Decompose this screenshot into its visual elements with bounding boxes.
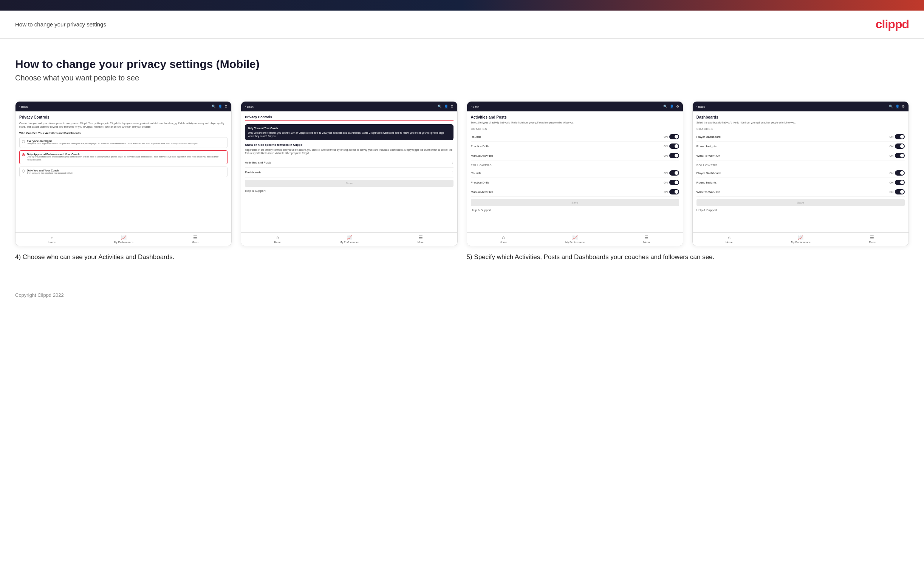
- performance-icon-2: 📈: [347, 235, 352, 240]
- followers-drills-label: Practice Drills: [471, 181, 489, 184]
- radio-approved[interactable]: Only Approved Followers and Your Coach O…: [19, 150, 228, 164]
- header-title: How to change your privacy settings: [15, 21, 106, 27]
- footer-performance-1[interactable]: 📈 My Performance: [114, 235, 133, 243]
- toggle-switch-followers-round-insights[interactable]: ON: [890, 180, 905, 185]
- back-button-4[interactable]: ‹ Back: [696, 105, 705, 108]
- menu-icon-2: ☰: [419, 235, 423, 240]
- toggle-followers-what-to-work[interactable]: What To Work On ON: [696, 187, 905, 197]
- people-icon-2[interactable]: 👤: [444, 105, 448, 108]
- toggle-followers-rounds[interactable]: Rounds ON: [471, 168, 679, 178]
- toggle-switch-followers-player-dash[interactable]: ON: [890, 170, 905, 176]
- privacy-desc-1: Control how you and your data appears to…: [19, 122, 228, 128]
- search-icon-4[interactable]: 🔍: [889, 105, 893, 108]
- coaches-what-to-work-label: What To Work On: [696, 154, 720, 158]
- search-icon-1[interactable]: 🔍: [212, 105, 216, 108]
- home-icon-1: ⌂: [51, 235, 53, 240]
- footer-home-3[interactable]: ⌂ Home: [500, 235, 507, 243]
- toggle-coaches-rounds[interactable]: Rounds ON: [471, 132, 679, 142]
- caption-4: 4) Choose who can see your Activities an…: [15, 252, 458, 262]
- dashboards-title-4: Dashboards: [696, 115, 905, 119]
- toggle-pill-coaches-rounds: [669, 134, 679, 139]
- coaches-rounds-label: Rounds: [471, 135, 481, 139]
- radio-everyone[interactable]: Everyone on Clippd Everyone on Clippd ca…: [19, 137, 228, 148]
- toggle-switch-coaches-drills[interactable]: ON: [664, 143, 679, 149]
- toggle-followers-drills[interactable]: Practice Drills ON: [471, 178, 679, 187]
- toggle-switch-coaches-rounds[interactable]: ON: [664, 134, 679, 139]
- toggle-coaches-round-insights[interactable]: Round Insights ON: [696, 142, 905, 151]
- people-icon-3[interactable]: 👤: [670, 105, 674, 108]
- performance-icon-1: 📈: [121, 235, 127, 240]
- coaches-header-3: COACHES: [471, 127, 679, 131]
- search-icon-3[interactable]: 🔍: [663, 105, 667, 108]
- caption-4-cell: 4) Choose who can see your Activities an…: [15, 252, 458, 262]
- footer-menu-2[interactable]: ☰ Menu: [418, 235, 425, 243]
- coaches-player-dash-label: Player Dashboard: [696, 135, 721, 139]
- toggle-switch-followers-drills[interactable]: ON: [664, 180, 679, 185]
- toggle-coaches-manual[interactable]: Manual Activities ON: [471, 151, 679, 161]
- radio-circle-coach: [22, 169, 25, 172]
- settings-icon-3[interactable]: ⚙: [676, 105, 679, 108]
- radio-circle-approved: [22, 153, 25, 156]
- phone-4-footer: ⌂ Home 📈 My Performance ☰ Menu: [693, 232, 908, 246]
- dashboards-desc-4: Select the dashboards that you'd like to…: [696, 121, 905, 124]
- back-button-1[interactable]: ‹ Back: [19, 105, 27, 108]
- settings-icon-1[interactable]: ⚙: [225, 105, 228, 108]
- people-icon-1[interactable]: 👤: [218, 105, 222, 108]
- chevron-dashboards: ›: [452, 170, 453, 174]
- footer-performance-4[interactable]: 📈 My Performance: [791, 235, 810, 243]
- activities-posts-row[interactable]: Activities and Posts ›: [245, 158, 453, 168]
- save-btn-4[interactable]: Save: [696, 199, 905, 206]
- save-btn-3[interactable]: Save: [471, 199, 679, 206]
- back-button-3[interactable]: ‹ Back: [471, 105, 479, 108]
- settings-icon-4[interactable]: ⚙: [902, 105, 905, 108]
- people-icon-4[interactable]: 👤: [895, 105, 900, 108]
- toggle-switch-coaches-player-dash[interactable]: ON: [890, 134, 905, 139]
- footer-menu-3[interactable]: ☰ Menu: [643, 235, 650, 243]
- toggle-coaches-what-to-work[interactable]: What To Work On ON: [696, 151, 905, 161]
- toggle-followers-manual[interactable]: Manual Activities ON: [471, 187, 679, 197]
- caption-5: 5) Specify which Activities, Posts and D…: [467, 252, 909, 262]
- search-icon-2[interactable]: 🔍: [438, 105, 442, 108]
- save-btn-2[interactable]: Save: [245, 180, 453, 187]
- footer-menu-4[interactable]: ☰ Menu: [869, 235, 876, 243]
- radio-coach-only[interactable]: Only You and Your Coach Only you and the…: [19, 166, 228, 177]
- toggle-switch-followers-manual[interactable]: ON: [664, 189, 679, 195]
- phone-4: ‹ Back 🔍 👤 ⚙ Dashboards Select the dashb…: [692, 101, 909, 246]
- radio-everyone-title: Everyone on Clippd: [27, 140, 199, 142]
- phone-3-body: Activities and Posts Select the types of…: [467, 111, 683, 232]
- radio-approved-title: Only Approved Followers and Your Coach: [27, 153, 225, 156]
- toggle-coaches-drills[interactable]: Practice Drills ON: [471, 142, 679, 151]
- phone-4-header: ‹ Back 🔍 👤 ⚙: [693, 102, 908, 111]
- footer-performance-3[interactable]: 📈 My Performance: [565, 235, 585, 243]
- footer-home-1[interactable]: ⌂ Home: [48, 235, 55, 243]
- header: How to change your privacy settings clip…: [0, 11, 924, 39]
- privacy-tab[interactable]: Privacy Controls: [245, 115, 272, 119]
- toggle-switch-followers-rounds[interactable]: ON: [664, 170, 679, 176]
- toggle-switch-coaches-round-insights[interactable]: ON: [890, 143, 905, 149]
- home-icon-4: ⌂: [728, 235, 730, 240]
- footer-menu-1[interactable]: ☰ Menu: [192, 235, 199, 243]
- main-content: How to change your privacy settings (Mob…: [0, 39, 924, 285]
- help-support-2: Help & Support: [245, 187, 453, 195]
- phone-2: ‹ Back 🔍 👤 ⚙ Privacy Controls Only You a…: [241, 101, 457, 246]
- toggle-followers-player-dash[interactable]: Player Dashboard ON: [696, 168, 905, 178]
- dashboards-row[interactable]: Dashboards ›: [245, 168, 453, 177]
- toggle-followers-round-insights[interactable]: Round Insights ON: [696, 178, 905, 187]
- footer-home-4[interactable]: ⌂ Home: [725, 235, 733, 243]
- toggle-switch-coaches-what-to-work[interactable]: ON: [890, 153, 905, 158]
- toggle-coaches-player-dash[interactable]: Player Dashboard ON: [696, 132, 905, 142]
- toggle-pill-followers-round-insights: [895, 180, 905, 185]
- help-support-4: Help & Support: [696, 206, 905, 214]
- followers-player-dash-label: Player Dashboard: [696, 171, 721, 175]
- toggle-switch-coaches-manual[interactable]: ON: [664, 153, 679, 158]
- back-button-2[interactable]: ‹ Back: [245, 105, 253, 108]
- footer-performance-2[interactable]: 📈 My Performance: [340, 235, 359, 243]
- help-support-3: Help & Support: [471, 206, 679, 214]
- settings-icon-2[interactable]: ⚙: [451, 105, 454, 108]
- followers-manual-label: Manual Activities: [471, 190, 494, 194]
- phone-4-body: Dashboards Select the dashboards that yo…: [693, 111, 908, 232]
- toggle-switch-followers-what-to-work[interactable]: ON: [890, 189, 905, 195]
- footer-home-2[interactable]: ⌂ Home: [275, 235, 281, 243]
- activities-posts-label: Activities and Posts: [245, 161, 271, 164]
- coaches-manual-label: Manual Activities: [471, 154, 494, 158]
